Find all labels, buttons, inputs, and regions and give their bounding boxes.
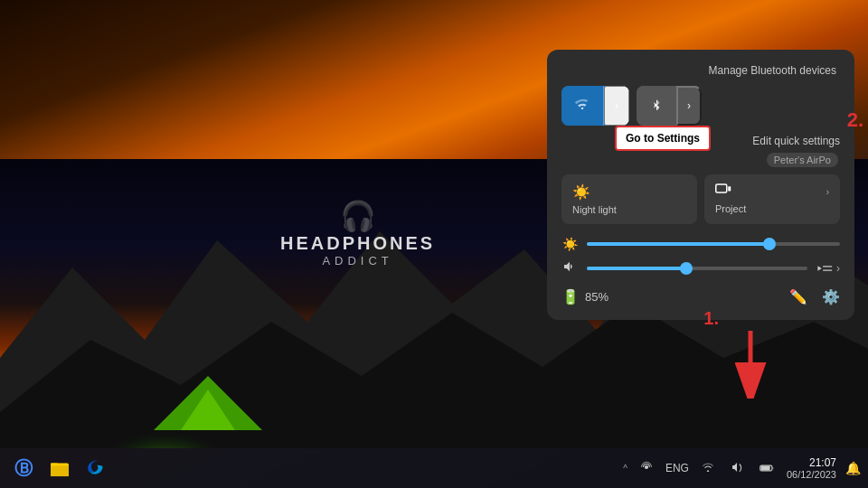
battery-info: 🔋 85% <box>561 288 609 305</box>
night-light-label: Night light <box>572 204 686 215</box>
brightness-thumb[interactable] <box>763 238 776 250</box>
project-tile[interactable]: › Project <box>704 174 840 224</box>
project-icon <box>715 183 731 200</box>
settings-icon[interactable]: ⚙️ <box>822 288 840 305</box>
annotation-1: 1. <box>723 326 778 402</box>
qs-bottom-row: 🔋 85% ✏️ ⚙️ <box>561 288 840 305</box>
logo-sub-text: ADDICT <box>280 254 435 267</box>
brightness-icon: ☀️ <box>561 237 578 251</box>
volume-slider[interactable] <box>587 267 807 270</box>
tray-chevron[interactable]: ^ <box>623 464 627 474</box>
volume-icon <box>561 260 578 276</box>
brightness-slider[interactable] <box>587 242 840 246</box>
brightness-fill <box>587 242 769 246</box>
bt-device-row: Peter's AirPo <box>561 153 840 167</box>
volume-extra-button[interactable]: › <box>816 262 840 275</box>
svg-rect-14 <box>772 467 773 470</box>
edge-app[interactable] <box>80 452 112 484</box>
qs-action-icons: ✏️ ⚙️ <box>789 288 840 305</box>
edit-icon[interactable]: ✏️ <box>789 288 807 305</box>
annotation-2-label: 2. <box>847 108 863 132</box>
night-light-icon: ☀️ <box>572 183 590 201</box>
manage-bluetooth-header: Manage Bluetooth devices <box>561 64 840 77</box>
tray-battery-icon[interactable] <box>756 459 778 477</box>
logo-overlay: 🎧 HEADPHONES ADDICT <box>280 199 435 267</box>
volume-thumb[interactable] <box>680 262 693 275</box>
svg-point-11 <box>645 465 648 468</box>
annotation-1-label: 1. <box>703 308 719 329</box>
qs-sliders: ☀️ <box>561 237 840 276</box>
volume-fill <box>587 267 686 270</box>
battery-icon: 🔋 <box>561 288 580 305</box>
tray-wifi-icon[interactable] <box>698 459 718 477</box>
qs-top-row: › › Go to Settings <box>561 86 840 126</box>
brightness-slider-row: ☀️ <box>561 237 840 251</box>
cortana-app[interactable]: Ⓑ <box>7 452 40 484</box>
project-arrow: › <box>826 187 829 197</box>
svg-rect-6 <box>716 184 727 192</box>
quick-settings-panel: Manage Bluetooth devices › <box>547 50 854 320</box>
bt-device-name: Peter's AirPo <box>767 153 838 167</box>
file-explorer-app[interactable] <box>43 452 76 484</box>
bluetooth-button[interactable] <box>637 86 676 126</box>
qs-second-row: ☀️ Night light › Project <box>561 174 840 224</box>
bluetooth-tile-group: › Go to Settings <box>637 86 702 126</box>
taskbar-clock[interactable]: 21:07 06/12/2023 <box>787 456 836 480</box>
wifi-button[interactable] <box>561 86 603 126</box>
goto-settings-button[interactable]: Go to Settings <box>615 126 711 151</box>
tray-network-icon[interactable] <box>637 459 656 478</box>
logo-icon: 🎧 <box>280 199 435 233</box>
taskbar-left: Ⓑ <box>0 452 112 484</box>
notification-bell[interactable]: 🔔 <box>845 461 861 475</box>
battery-percent: 85% <box>585 290 609 304</box>
svg-rect-7 <box>728 186 731 191</box>
bluetooth-arrow[interactable]: › <box>676 86 702 126</box>
logo-main-text: HEADPHONES <box>280 233 435 254</box>
taskbar-date: 06/12/2023 <box>787 469 836 480</box>
wifi-arrow[interactable]: › <box>604 86 629 126</box>
tray-volume-icon[interactable] <box>727 459 747 478</box>
project-label: Project <box>715 203 829 214</box>
night-light-tile[interactable]: ☀️ Night light <box>561 174 697 224</box>
svg-rect-13 <box>760 466 769 470</box>
taskbar-time: 21:07 <box>787 456 836 469</box>
desktop: 🎧 HEADPHONES ADDICT Manage Bluetooth dev… <box>0 0 868 488</box>
taskbar: Ⓑ ^ <box>0 448 868 488</box>
volume-slider-row: › <box>561 260 840 276</box>
wifi-tile-group: › <box>561 86 629 126</box>
tray-lang[interactable]: ENG <box>665 462 689 474</box>
taskbar-right: ^ ENG <box>623 456 868 480</box>
